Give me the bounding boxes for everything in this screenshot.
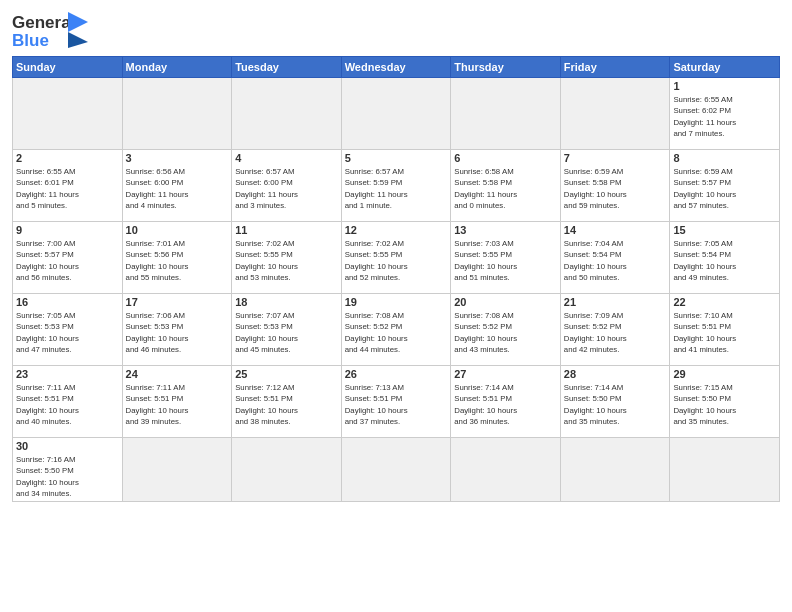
calendar-cell <box>122 78 232 150</box>
day-info: Sunrise: 7:02 AM Sunset: 5:55 PM Dayligh… <box>235 238 338 283</box>
calendar-cell <box>13 78 123 150</box>
calendar-cell <box>451 438 561 502</box>
weekday-header-row: SundayMondayTuesdayWednesdayThursdayFrid… <box>13 57 780 78</box>
calendar-cell: 30Sunrise: 7:16 AM Sunset: 5:50 PM Dayli… <box>13 438 123 502</box>
day-info: Sunrise: 7:01 AM Sunset: 5:56 PM Dayligh… <box>126 238 229 283</box>
calendar-cell: 23Sunrise: 7:11 AM Sunset: 5:51 PM Dayli… <box>13 366 123 438</box>
weekday-header-friday: Friday <box>560 57 670 78</box>
calendar-week-row: 1Sunrise: 6:55 AM Sunset: 6:02 PM Daylig… <box>13 78 780 150</box>
calendar-cell: 29Sunrise: 7:15 AM Sunset: 5:50 PM Dayli… <box>670 366 780 438</box>
calendar-week-row: 16Sunrise: 7:05 AM Sunset: 5:53 PM Dayli… <box>13 294 780 366</box>
day-info: Sunrise: 7:13 AM Sunset: 5:51 PM Dayligh… <box>345 382 448 427</box>
day-info: Sunrise: 7:15 AM Sunset: 5:50 PM Dayligh… <box>673 382 776 427</box>
svg-text:General: General <box>12 13 75 32</box>
day-number: 16 <box>16 296 119 308</box>
day-info: Sunrise: 7:14 AM Sunset: 5:50 PM Dayligh… <box>564 382 667 427</box>
day-number: 9 <box>16 224 119 236</box>
calendar-cell: 13Sunrise: 7:03 AM Sunset: 5:55 PM Dayli… <box>451 222 561 294</box>
calendar-week-row: 23Sunrise: 7:11 AM Sunset: 5:51 PM Dayli… <box>13 366 780 438</box>
calendar-cell: 24Sunrise: 7:11 AM Sunset: 5:51 PM Dayli… <box>122 366 232 438</box>
calendar-cell: 20Sunrise: 7:08 AM Sunset: 5:52 PM Dayli… <box>451 294 561 366</box>
day-number: 27 <box>454 368 557 380</box>
day-number: 22 <box>673 296 776 308</box>
calendar-cell: 22Sunrise: 7:10 AM Sunset: 5:51 PM Dayli… <box>670 294 780 366</box>
page: GeneralBlue SundayMondayTuesdayWednesday… <box>0 0 792 612</box>
calendar-cell: 28Sunrise: 7:14 AM Sunset: 5:50 PM Dayli… <box>560 366 670 438</box>
weekday-header-thursday: Thursday <box>451 57 561 78</box>
day-number: 8 <box>673 152 776 164</box>
day-number: 24 <box>126 368 229 380</box>
weekday-header-tuesday: Tuesday <box>232 57 342 78</box>
calendar-cell: 26Sunrise: 7:13 AM Sunset: 5:51 PM Dayli… <box>341 366 451 438</box>
calendar-cell: 11Sunrise: 7:02 AM Sunset: 5:55 PM Dayli… <box>232 222 342 294</box>
day-number: 10 <box>126 224 229 236</box>
day-number: 30 <box>16 440 119 452</box>
calendar-cell: 6Sunrise: 6:58 AM Sunset: 5:58 PM Daylig… <box>451 150 561 222</box>
day-info: Sunrise: 6:57 AM Sunset: 6:00 PM Dayligh… <box>235 166 338 211</box>
calendar-cell: 19Sunrise: 7:08 AM Sunset: 5:52 PM Dayli… <box>341 294 451 366</box>
day-number: 2 <box>16 152 119 164</box>
generalblue-logo-icon: GeneralBlue <box>12 10 92 50</box>
calendar-cell <box>341 438 451 502</box>
day-number: 25 <box>235 368 338 380</box>
weekday-header-wednesday: Wednesday <box>341 57 451 78</box>
day-number: 6 <box>454 152 557 164</box>
calendar-cell: 8Sunrise: 6:59 AM Sunset: 5:57 PM Daylig… <box>670 150 780 222</box>
calendar-cell: 25Sunrise: 7:12 AM Sunset: 5:51 PM Dayli… <box>232 366 342 438</box>
day-info: Sunrise: 7:14 AM Sunset: 5:51 PM Dayligh… <box>454 382 557 427</box>
calendar-cell: 5Sunrise: 6:57 AM Sunset: 5:59 PM Daylig… <box>341 150 451 222</box>
calendar-cell: 1Sunrise: 6:55 AM Sunset: 6:02 PM Daylig… <box>670 78 780 150</box>
day-info: Sunrise: 7:09 AM Sunset: 5:52 PM Dayligh… <box>564 310 667 355</box>
calendar-cell: 27Sunrise: 7:14 AM Sunset: 5:51 PM Dayli… <box>451 366 561 438</box>
day-info: Sunrise: 7:03 AM Sunset: 5:55 PM Dayligh… <box>454 238 557 283</box>
day-info: Sunrise: 7:11 AM Sunset: 5:51 PM Dayligh… <box>126 382 229 427</box>
logo-area: GeneralBlue <box>12 10 92 50</box>
day-info: Sunrise: 7:08 AM Sunset: 5:52 PM Dayligh… <box>454 310 557 355</box>
calendar-cell <box>451 78 561 150</box>
day-number: 5 <box>345 152 448 164</box>
calendar-cell <box>232 438 342 502</box>
day-number: 29 <box>673 368 776 380</box>
day-info: Sunrise: 7:10 AM Sunset: 5:51 PM Dayligh… <box>673 310 776 355</box>
calendar-cell: 4Sunrise: 6:57 AM Sunset: 6:00 PM Daylig… <box>232 150 342 222</box>
day-info: Sunrise: 6:58 AM Sunset: 5:58 PM Dayligh… <box>454 166 557 211</box>
weekday-header-saturday: Saturday <box>670 57 780 78</box>
calendar-header: SundayMondayTuesdayWednesdayThursdayFrid… <box>13 57 780 78</box>
calendar-week-row: 30Sunrise: 7:16 AM Sunset: 5:50 PM Dayli… <box>13 438 780 502</box>
calendar-cell: 21Sunrise: 7:09 AM Sunset: 5:52 PM Dayli… <box>560 294 670 366</box>
day-number: 20 <box>454 296 557 308</box>
day-number: 18 <box>235 296 338 308</box>
day-info: Sunrise: 7:05 AM Sunset: 5:53 PM Dayligh… <box>16 310 119 355</box>
day-number: 11 <box>235 224 338 236</box>
calendar-table: SundayMondayTuesdayWednesdayThursdayFrid… <box>12 56 780 502</box>
day-info: Sunrise: 7:16 AM Sunset: 5:50 PM Dayligh… <box>16 454 119 499</box>
day-number: 23 <box>16 368 119 380</box>
day-number: 1 <box>673 80 776 92</box>
day-number: 17 <box>126 296 229 308</box>
calendar-cell: 9Sunrise: 7:00 AM Sunset: 5:57 PM Daylig… <box>13 222 123 294</box>
day-info: Sunrise: 6:59 AM Sunset: 5:58 PM Dayligh… <box>564 166 667 211</box>
day-info: Sunrise: 6:57 AM Sunset: 5:59 PM Dayligh… <box>345 166 448 211</box>
calendar-cell: 18Sunrise: 7:07 AM Sunset: 5:53 PM Dayli… <box>232 294 342 366</box>
day-info: Sunrise: 6:55 AM Sunset: 6:02 PM Dayligh… <box>673 94 776 139</box>
day-number: 4 <box>235 152 338 164</box>
calendar-cell: 10Sunrise: 7:01 AM Sunset: 5:56 PM Dayli… <box>122 222 232 294</box>
day-info: Sunrise: 7:02 AM Sunset: 5:55 PM Dayligh… <box>345 238 448 283</box>
calendar-cell <box>670 438 780 502</box>
day-number: 7 <box>564 152 667 164</box>
day-number: 28 <box>564 368 667 380</box>
calendar-week-row: 2Sunrise: 6:55 AM Sunset: 6:01 PM Daylig… <box>13 150 780 222</box>
day-info: Sunrise: 6:59 AM Sunset: 5:57 PM Dayligh… <box>673 166 776 211</box>
calendar-cell: 2Sunrise: 6:55 AM Sunset: 6:01 PM Daylig… <box>13 150 123 222</box>
calendar-cell <box>122 438 232 502</box>
day-number: 14 <box>564 224 667 236</box>
day-info: Sunrise: 7:04 AM Sunset: 5:54 PM Dayligh… <box>564 238 667 283</box>
header: GeneralBlue <box>12 10 780 50</box>
day-info: Sunrise: 6:56 AM Sunset: 6:00 PM Dayligh… <box>126 166 229 211</box>
day-number: 15 <box>673 224 776 236</box>
calendar-cell: 14Sunrise: 7:04 AM Sunset: 5:54 PM Dayli… <box>560 222 670 294</box>
day-number: 19 <box>345 296 448 308</box>
weekday-header-sunday: Sunday <box>13 57 123 78</box>
calendar-body: 1Sunrise: 6:55 AM Sunset: 6:02 PM Daylig… <box>13 78 780 502</box>
day-info: Sunrise: 7:11 AM Sunset: 5:51 PM Dayligh… <box>16 382 119 427</box>
